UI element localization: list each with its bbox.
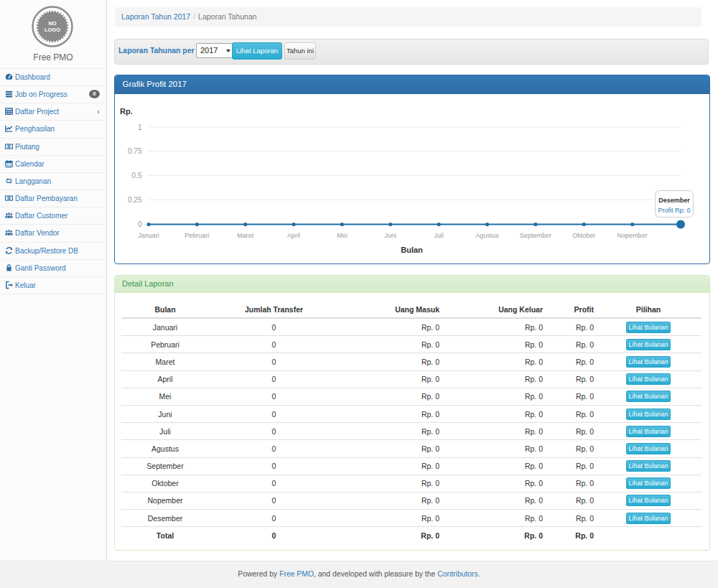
svg-text:Nopember: Nopember: [617, 232, 648, 239]
svg-text:0.75: 0.75: [128, 147, 142, 155]
svg-text:April: April: [287, 232, 300, 239]
svg-text:NO: NO: [48, 20, 56, 27]
svg-text:0: 0: [138, 220, 142, 228]
svg-text:0.25: 0.25: [128, 196, 142, 204]
svg-text:Juni: Juni: [385, 232, 397, 239]
svg-text:Bulan: Bulan: [401, 246, 423, 254]
svg-text:LOGO: LOGO: [45, 27, 60, 33]
svg-text:Juli: Juli: [434, 232, 444, 239]
svg-text:1: 1: [138, 123, 142, 131]
svg-text:Profit Rp: 0: Profit Rp: 0: [658, 207, 690, 214]
svg-text:Oktober: Oktober: [572, 232, 595, 239]
svg-text:Januari: Januari: [138, 232, 159, 239]
svg-text:Maret: Maret: [237, 232, 254, 239]
svg-text:0.5: 0.5: [132, 172, 142, 179]
svg-text:Pebruari: Pebruari: [185, 232, 209, 239]
svg-text:September: September: [520, 232, 551, 239]
svg-text:Desember: Desember: [658, 197, 690, 204]
svg-text:Agustus: Agustus: [475, 232, 499, 239]
svg-text:Mei: Mei: [337, 232, 348, 239]
svg-text:Rp.: Rp.: [120, 107, 133, 116]
